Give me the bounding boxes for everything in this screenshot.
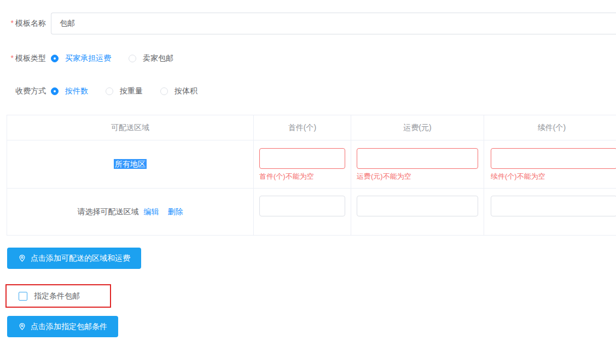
freight-cost-cell (351, 189, 484, 236)
conditional-free-shipping-label: 指定条件包邮 (34, 291, 80, 301)
freight-region-table: 可配送区域 首件(个) 运费(元) 续件(个) 所有地区 首件(个)不能为空 运… (7, 115, 616, 236)
radio-by-weight[interactable]: 按重量 (106, 86, 143, 96)
add-region-freight-button[interactable]: 点击添加可配送的区域和运费 (7, 248, 141, 269)
freight-cost-input[interactable] (357, 196, 478, 216)
region-cell: 请选择可配送区域 编辑 删除 (7, 189, 254, 236)
additional-piece-input[interactable] (491, 148, 616, 169)
add-condition-button-label: 点击添加指定包邮条件 (31, 322, 107, 332)
freight-cost-cell: 运费(元)不能为空 (351, 140, 484, 189)
template-name-row: *模板名称 (0, 13, 616, 34)
template-type-label-text: 模板类型 (15, 54, 46, 62)
radio-unselected-icon (129, 55, 136, 62)
radio-label: 按重量 (120, 86, 143, 96)
conditional-free-shipping-checkbox[interactable] (19, 292, 27, 301)
radio-buyer-pays-freight[interactable]: 买家承担运费 (51, 54, 111, 63)
first-piece-input[interactable] (259, 148, 345, 169)
region-cell: 所有地区 (7, 140, 254, 189)
additional-piece-cell: 续件(个)不能为空 (484, 140, 616, 189)
select-region-text: 请选择可配送区域 (78, 207, 139, 216)
radio-label: 卖家包邮 (143, 54, 173, 63)
radio-selected-icon (51, 55, 59, 62)
radio-label: 买家承担运费 (65, 54, 111, 63)
add-region-button-label: 点击添加可配送的区域和运费 (31, 254, 130, 263)
freight-cost-input[interactable] (357, 148, 478, 169)
add-free-shipping-condition-button[interactable]: 点击添加指定包邮条件 (7, 316, 118, 337)
charge-method-label-text: 收费方式 (15, 86, 46, 95)
freight-cost-error: 运费(元)不能为空 (357, 172, 478, 180)
edit-region-link[interactable]: 编辑 (144, 207, 159, 216)
radio-label: 按件数 (65, 86, 88, 96)
charge-method-radio-group: 按件数 按重量 按体积 (51, 86, 215, 96)
all-regions-text[interactable]: 所有地区 (114, 159, 147, 169)
template-name-input[interactable] (51, 13, 616, 34)
radio-unselected-icon (160, 87, 168, 95)
additional-piece-error: 续件(个)不能为空 (491, 172, 616, 180)
radio-by-volume[interactable]: 按体积 (160, 86, 197, 96)
header-delivery-region: 可配送区域 (7, 115, 254, 140)
table-row-select-region: 请选择可配送区域 编辑 删除 (7, 189, 616, 236)
additional-piece-input[interactable] (491, 196, 616, 216)
radio-seller-free-shipping[interactable]: 卖家包邮 (129, 54, 173, 63)
table-header-row: 可配送区域 首件(个) 运费(元) 续件(个) (7, 115, 616, 140)
first-piece-input[interactable] (259, 196, 345, 216)
header-first-piece: 首件(个) (254, 115, 351, 140)
charge-method-row: 收费方式 按件数 按重量 按体积 (0, 85, 215, 97)
radio-by-piece[interactable]: 按件数 (51, 86, 88, 96)
required-asterisk: * (11, 54, 14, 62)
header-additional-piece: 续件(个) (484, 115, 616, 140)
template-name-label: *模板名称 (0, 19, 46, 28)
location-pin-icon (18, 254, 26, 262)
template-type-label: *模板类型 (0, 54, 46, 63)
radio-unselected-icon (106, 87, 113, 95)
radio-label: 按体积 (175, 86, 197, 96)
shipping-template-form: *模板名称 *模板类型 买家承担运费 卖家包邮 收费方式 按件数 按重 (0, 0, 616, 364)
first-piece-error: 首件(个)不能为空 (259, 172, 345, 180)
additional-piece-cell (484, 189, 616, 236)
first-piece-cell (254, 189, 351, 236)
conditional-free-shipping-box: 指定条件包邮 (5, 284, 111, 308)
table-row-all-regions: 所有地区 首件(个)不能为空 运费(元)不能为空 续件(个)不能为空 (7, 140, 616, 189)
template-name-label-text: 模板名称 (15, 19, 46, 27)
template-type-radio-group: 买家承担运费 卖家包邮 (51, 54, 191, 63)
header-freight-cost: 运费(元) (351, 115, 484, 140)
radio-selected-icon (51, 87, 59, 95)
template-type-row: *模板类型 买家承担运费 卖家包邮 (0, 52, 191, 64)
charge-method-label: 收费方式 (0, 86, 46, 96)
required-asterisk: * (11, 19, 14, 27)
delete-region-link[interactable]: 删除 (167, 207, 183, 216)
location-pin-icon (18, 322, 26, 331)
first-piece-cell: 首件(个)不能为空 (254, 140, 351, 189)
